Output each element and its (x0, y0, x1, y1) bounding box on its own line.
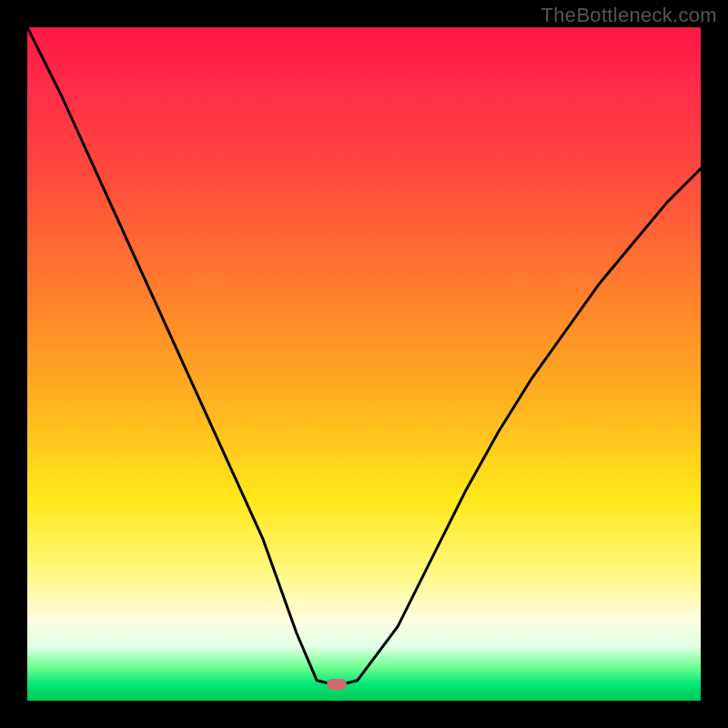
chart-curve (27, 27, 701, 701)
watermark-text: TheBottleneck.com (541, 4, 717, 27)
chart-frame: TheBottleneck.com (0, 0, 728, 728)
chart-plot-area (27, 27, 701, 701)
curve-line (27, 27, 701, 684)
chart-marker-pill (327, 679, 347, 690)
